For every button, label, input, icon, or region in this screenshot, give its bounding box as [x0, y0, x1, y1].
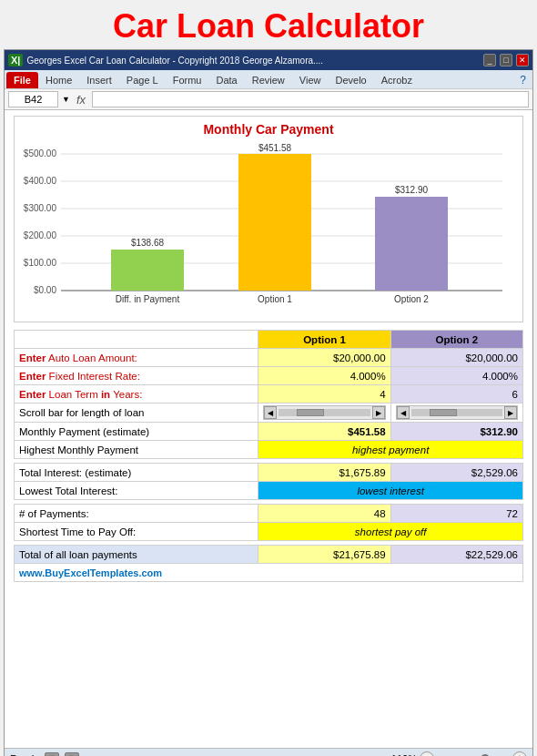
monthly-payment-label: Monthly Payment (estimate): [15, 423, 258, 441]
auto-loan-val1[interactable]: $20,000.00: [258, 349, 390, 367]
table-row: Shortest Time to Pay Off: shortest pay o…: [15, 523, 523, 541]
scrollbar-label: Scroll bar for length of loan: [15, 404, 258, 423]
tab-data[interactable]: Data: [208, 72, 244, 88]
total-payments-val2: $22,529.06: [390, 546, 522, 564]
monthly-payment-val1: $451.58: [258, 423, 390, 441]
help-icon[interactable]: ?: [515, 72, 531, 88]
page-view-icon[interactable]: ▤: [45, 752, 59, 757]
table-row: Monthly Payment (estimate) $451.58 $312.…: [15, 423, 523, 441]
loan-term-val1[interactable]: 4: [258, 385, 390, 404]
loan-term-val2[interactable]: 6: [390, 385, 522, 404]
chart-title: Monthly Car Payment: [20, 122, 517, 137]
svg-text:$138.68: $138.68: [131, 238, 165, 248]
status-bar: Ready ▤ ⊞ 110% − +: [5, 748, 532, 756]
svg-text:Diff. in Payment: Diff. in Payment: [116, 294, 180, 304]
ready-text: Ready: [10, 753, 39, 757]
bar-option1: [238, 154, 311, 291]
interest-rate-val1[interactable]: 4.000%: [258, 367, 390, 385]
app-title: Car Loan Calculator: [0, 0, 537, 49]
bar-option2: [375, 197, 448, 291]
svg-text:$100.00: $100.00: [24, 258, 57, 268]
shortest-payoff-label: Shortest Time to Pay Off:: [15, 523, 258, 541]
formula-input[interactable]: [92, 91, 529, 107]
tab-review[interactable]: Review: [245, 72, 292, 88]
tab-insert[interactable]: Insert: [79, 72, 119, 88]
scroll-right-arrow-1[interactable]: ▶: [372, 406, 385, 419]
total-interest-val1: $1,675.89: [258, 464, 390, 482]
svg-text:Option 1: Option 1: [258, 294, 292, 304]
svg-text:$312.90: $312.90: [395, 185, 429, 195]
svg-text:$451.58: $451.58: [258, 143, 292, 153]
layout-view-icon[interactable]: ⊞: [65, 752, 79, 757]
table-row: Total Interest: (estimate) $1,675.89 $2,…: [15, 464, 523, 482]
svg-text:$0.00: $0.00: [34, 285, 56, 295]
total-interest-val2: $2,529.06: [390, 464, 522, 482]
svg-text:$300.00: $300.00: [24, 203, 57, 213]
close-button[interactable]: ✕: [516, 54, 529, 66]
cell-reference-box[interactable]: [8, 91, 58, 107]
title-bar-controls: _ □ ✕: [483, 54, 529, 66]
tab-formulas[interactable]: Formu: [166, 72, 209, 88]
scroll-right-arrow-2[interactable]: ▶: [504, 406, 517, 419]
bar-diff-payment: [111, 250, 184, 291]
svg-text:$500.00: $500.00: [24, 148, 57, 158]
chart-area: Monthly Car Payment $500.00 $400.00 $300…: [14, 116, 523, 322]
status-left: Ready ▤ ⊞: [10, 752, 79, 757]
status-right: 110% − +: [391, 751, 527, 757]
auto-loan-label: Enter Auto Loan Amount:: [15, 349, 258, 367]
restore-button[interactable]: □: [500, 54, 512, 66]
highest-payment-label: Highest Monthly Payment: [15, 441, 258, 459]
zoom-minus-button[interactable]: −: [420, 751, 434, 757]
zoom-plus-button[interactable]: +: [512, 751, 527, 757]
interest-rate-val2[interactable]: 4.000%: [390, 367, 522, 385]
lowest-interest-highlight: lowest interest: [258, 482, 523, 500]
ribbon-tabs: File Home Insert Page L Formu Data Revie…: [5, 70, 532, 88]
zoom-bar: 110% − +: [391, 751, 527, 757]
excel-window: X| Georges Excel Car Loan Calculator - C…: [4, 49, 533, 756]
option2-header: Option 2: [390, 331, 522, 349]
tab-home[interactable]: Home: [38, 72, 79, 88]
ribbon: File Home Insert Page L Formu Data Revie…: [5, 70, 532, 110]
fx-label: fx: [76, 93, 86, 107]
tab-pagelayout[interactable]: Page L: [119, 72, 166, 88]
highest-payment-highlight: highest payment: [258, 441, 523, 459]
table-header-row: Option 1 Option 2: [15, 331, 523, 349]
data-table: Option 1 Option 2 Enter Auto Loan Amount…: [14, 330, 523, 582]
loan-term-label: Enter Loan Term in Years:: [15, 385, 258, 404]
dropdown-arrow-icon[interactable]: ▼: [62, 95, 70, 104]
monthly-payment-val2: $312.90: [390, 423, 522, 441]
table-row: Enter Loan Term in Years: 4 6: [15, 385, 523, 404]
table-row: # of Payments: 48 72: [15, 505, 523, 523]
scroll-left-arrow-1[interactable]: ◀: [264, 406, 277, 419]
scroll-left-arrow-2[interactable]: ◀: [397, 406, 410, 419]
zoom-level: 110%: [391, 753, 417, 757]
table-row: Enter Fixed Interest Rate: 4.000% 4.000%: [15, 367, 523, 385]
scrollbar-option2[interactable]: ◀ ▶: [390, 404, 522, 423]
auto-loan-val2[interactable]: $20,000.00: [390, 349, 522, 367]
table-row: www.BuyExcelTemplates.com: [15, 564, 523, 582]
svg-text:$400.00: $400.00: [24, 176, 57, 186]
table-row: Total of all loan payments $21,675.89 $2…: [15, 546, 523, 564]
tab-acrobat[interactable]: Acrobz: [374, 72, 420, 88]
website-link[interactable]: www.BuyExcelTemplates.com: [15, 564, 523, 582]
tab-view[interactable]: View: [292, 72, 329, 88]
num-payments-label: # of Payments:: [15, 505, 258, 523]
option1-header: Option 1: [258, 331, 390, 349]
tab-developer[interactable]: Develo: [328, 72, 373, 88]
total-payments-val1: $21,675.89: [258, 546, 390, 564]
minimize-button[interactable]: _: [483, 54, 496, 66]
tab-file[interactable]: File: [6, 72, 38, 88]
table-row: Lowest Total Interest: lowest interest: [15, 482, 523, 500]
scrollbar-option1[interactable]: ◀ ▶: [258, 404, 390, 423]
table-row: Highest Monthly Payment highest payment: [15, 441, 523, 459]
interest-rate-label: Enter Fixed Interest Rate:: [15, 367, 258, 385]
scrollbar-row: Scroll bar for length of loan ◀ ▶ ◀ ▶: [15, 404, 523, 423]
title-bar-text: Georges Excel Car Loan Calculator - Copy…: [26, 56, 323, 66]
sheet-content: Monthly Car Payment $500.00 $400.00 $300…: [5, 110, 532, 748]
chart-svg-container: $500.00 $400.00 $300.00 $200.00 $100.00 …: [20, 140, 517, 316]
total-interest-label: Total Interest: (estimate): [15, 464, 258, 482]
lowest-interest-label: Lowest Total Interest:: [15, 482, 258, 500]
title-bar-left: X| Georges Excel Car Loan Calculator - C…: [8, 54, 323, 66]
title-bar: X| Georges Excel Car Loan Calculator - C…: [5, 50, 532, 70]
table-row: Enter Auto Loan Amount: $20,000.00 $20,0…: [15, 349, 523, 367]
